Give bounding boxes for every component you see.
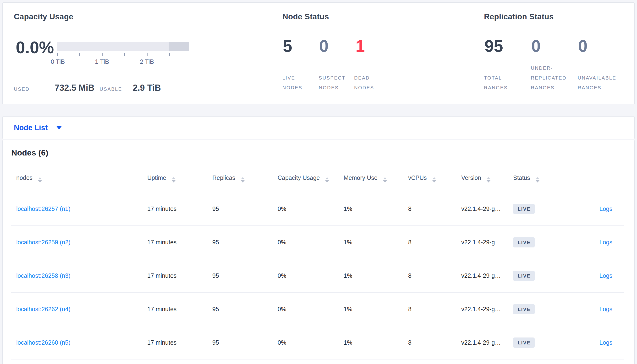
dead-nodes-label: DEAD NODES	[354, 73, 388, 93]
replication-status-section: Replication Status 95 0 0 TOTAL RANGES U…	[484, 3, 634, 104]
node-link[interactable]: localhost:26258 (n3)	[16, 272, 71, 279]
capacity-percent-value: 0.0%	[16, 38, 54, 57]
used-value: 732.5 MiB	[55, 83, 95, 93]
node-list-dropdown-label: Node List	[14, 124, 48, 132]
node-status-section: Node Status 5 0 1 LIVE NODES SUSPECT NOD…	[282, 3, 469, 104]
column-header-vcpus[interactable]: vCPUs	[408, 174, 461, 182]
vcpus-cell: 8	[408, 239, 461, 246]
vcpus-cell: 8	[408, 206, 461, 212]
vcpus-cell: 8	[408, 272, 461, 279]
memory-use-cell: 1%	[344, 206, 408, 212]
uptime-cell: 17 minutes	[147, 206, 212, 212]
version-cell: v22.1.4-29-g…	[461, 206, 513, 212]
node-status-labels: LIVE NODES SUSPECT NODES DEAD NODES	[282, 3, 388, 93]
sort-icon	[38, 177, 42, 182]
column-header-replicas[interactable]: Replicas	[212, 174, 278, 182]
capacity-usage-cell: 0%	[278, 306, 344, 313]
node-list-dropdown[interactable]: Node List	[14, 124, 62, 132]
sort-icon	[487, 177, 490, 182]
replicas-cell: 95	[212, 206, 278, 212]
vcpus-cell: 8	[408, 339, 461, 346]
nodes-heading: Nodes (6)	[11, 148, 634, 158]
sort-icon	[325, 177, 329, 182]
node-link[interactable]: localhost:26259 (n2)	[16, 239, 71, 246]
status-badge: LIVE	[513, 237, 535, 248]
sort-icon	[432, 177, 436, 182]
status-badge: LIVE	[513, 204, 535, 214]
sort-icon	[383, 177, 387, 182]
status-badge: LIVE	[513, 304, 535, 314]
usable-value: 2.9 TiB	[133, 83, 161, 93]
version-cell: v22.1.4-29-g…	[461, 272, 513, 279]
view-selector-bar: Node List	[3, 116, 634, 139]
sort-icon	[241, 177, 245, 182]
memory-use-cell: 1%	[344, 339, 408, 346]
table-row: localhost:26257 (n1) 17 minutes 95 0% 1%…	[11, 192, 624, 226]
column-header-status[interactable]: Status	[513, 174, 573, 182]
cluster-summary-panel: Capacity Usage 0.0% 0 TiB 1 TiB 2 TiB US…	[3, 2, 634, 104]
logs-link[interactable]: Logs	[599, 272, 612, 279]
replicas-cell: 95	[212, 339, 278, 346]
under-replicated-ranges-label: UNDER-REPLICATED RANGES	[531, 63, 573, 93]
memory-use-cell: 1%	[344, 239, 408, 246]
replicas-cell: 95	[212, 239, 278, 246]
uptime-cell: 17 minutes	[147, 339, 212, 346]
vcpus-cell: 8	[408, 306, 461, 313]
capacity-axis-labels: 0 TiB 1 TiB 2 TiB	[57, 58, 189, 65]
replication-labels: TOTAL RANGES UNDER-REPLICATED RANGES UNA…	[484, 3, 633, 93]
axis-label: 2 TiB	[140, 58, 154, 66]
capacity-bar-reserved-segment	[169, 42, 189, 51]
logs-link[interactable]: Logs	[599, 206, 612, 212]
capacity-usage-cell: 0%	[278, 339, 344, 346]
uptime-cell: 17 minutes	[147, 306, 212, 313]
capacity-usage-cell: 0%	[278, 206, 344, 212]
memory-use-cell: 1%	[344, 306, 408, 313]
sort-icon	[536, 177, 539, 182]
column-header-memory-use[interactable]: Memory Use	[344, 174, 408, 182]
nodes-table-header: nodes Uptime Replicas Capacity Usage Mem…	[11, 161, 624, 192]
capacity-stats: USED 732.5 MiB USABLE 2.9 TiB	[14, 83, 161, 93]
version-cell: v22.1.4-29-g…	[461, 306, 513, 313]
caret-down-icon	[56, 126, 62, 130]
sort-icon	[172, 177, 175, 182]
uptime-cell: 17 minutes	[147, 272, 212, 279]
node-link[interactable]: localhost:26260 (n5)	[16, 339, 71, 346]
replicas-cell: 95	[212, 272, 278, 279]
suspect-nodes-label: SUSPECT NODES	[319, 73, 350, 93]
used-label: USED	[14, 86, 30, 92]
column-header-nodes[interactable]: nodes	[11, 174, 147, 182]
capacity-usage-bar: 0 TiB 1 TiB 2 TiB	[57, 42, 189, 65]
axis-label: 1 TiB	[95, 58, 109, 66]
axis-label: 0 TiB	[51, 58, 65, 66]
table-row: localhost:26258 (n3) 17 minutes 95 0% 1%…	[11, 259, 624, 292]
usable-label: USABLE	[100, 86, 122, 92]
memory-use-cell: 1%	[344, 272, 408, 279]
column-header-uptime[interactable]: Uptime	[147, 174, 212, 182]
status-badge: LIVE	[513, 270, 535, 281]
column-header-capacity-usage[interactable]: Capacity Usage	[278, 174, 344, 182]
version-cell: v22.1.4-29-g…	[461, 239, 513, 246]
column-header-version[interactable]: Version	[461, 174, 513, 182]
capacity-bar-track	[57, 42, 189, 51]
version-cell: v22.1.4-29-g…	[461, 339, 513, 346]
unavailable-ranges-label: UNAVAILABLE RANGES	[578, 73, 633, 93]
status-badge: LIVE	[513, 338, 535, 348]
replicas-cell: 95	[212, 306, 278, 313]
capacity-usage-title: Capacity Usage	[14, 12, 73, 21]
logs-link[interactable]: Logs	[599, 239, 612, 246]
capacity-usage-section: Capacity Usage 0.0% 0 TiB 1 TiB 2 TiB US…	[14, 3, 267, 104]
node-link[interactable]: localhost:26262 (n4)	[16, 306, 71, 312]
table-row: localhost:26259 (n2) 17 minutes 95 0% 1%…	[11, 226, 624, 259]
table-row: localhost:26262 (n4) 17 minutes 95 0% 1%…	[11, 292, 624, 326]
table-row: localhost:26260 (n5) 17 minutes 95 0% 1%…	[11, 326, 624, 360]
logs-link[interactable]: Logs	[599, 306, 612, 312]
uptime-cell: 17 minutes	[147, 239, 212, 246]
capacity-axis-ticks	[57, 53, 189, 56]
nodes-table: nodes Uptime Replicas Capacity Usage Mem…	[11, 161, 624, 360]
total-ranges-label: TOTAL RANGES	[484, 73, 522, 93]
capacity-usage-cell: 0%	[278, 272, 344, 279]
capacity-usage-cell: 0%	[278, 239, 344, 246]
live-nodes-label: LIVE NODES	[282, 73, 313, 93]
node-link[interactable]: localhost:26257 (n1)	[16, 206, 71, 212]
logs-link[interactable]: Logs	[599, 339, 612, 346]
